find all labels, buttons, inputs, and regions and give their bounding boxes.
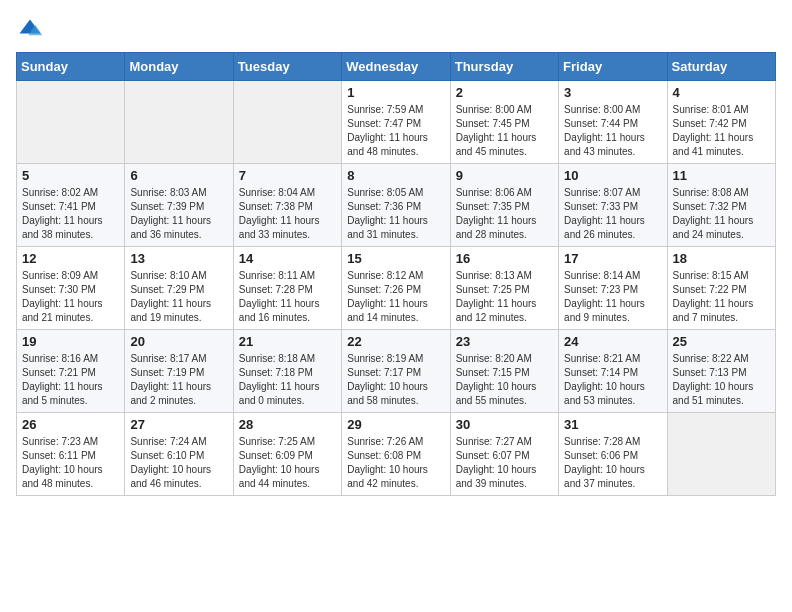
calendar-table: SundayMondayTuesdayWednesdayThursdayFrid… <box>16 52 776 496</box>
calendar-cell: 12Sunrise: 8:09 AM Sunset: 7:30 PM Dayli… <box>17 247 125 330</box>
day-number: 17 <box>564 251 661 266</box>
calendar-cell: 9Sunrise: 8:06 AM Sunset: 7:35 PM Daylig… <box>450 164 558 247</box>
calendar-cell: 19Sunrise: 8:16 AM Sunset: 7:21 PM Dayli… <box>17 330 125 413</box>
day-info: Sunrise: 7:59 AM Sunset: 7:47 PM Dayligh… <box>347 103 444 159</box>
day-info: Sunrise: 8:06 AM Sunset: 7:35 PM Dayligh… <box>456 186 553 242</box>
day-info: Sunrise: 8:15 AM Sunset: 7:22 PM Dayligh… <box>673 269 770 325</box>
calendar-cell <box>17 81 125 164</box>
day-info: Sunrise: 8:00 AM Sunset: 7:44 PM Dayligh… <box>564 103 661 159</box>
logo <box>16 16 48 44</box>
header-tuesday: Tuesday <box>233 53 341 81</box>
day-info: Sunrise: 7:28 AM Sunset: 6:06 PM Dayligh… <box>564 435 661 491</box>
day-info: Sunrise: 8:07 AM Sunset: 7:33 PM Dayligh… <box>564 186 661 242</box>
calendar-cell: 7Sunrise: 8:04 AM Sunset: 7:38 PM Daylig… <box>233 164 341 247</box>
day-number: 24 <box>564 334 661 349</box>
calendar-cell: 3Sunrise: 8:00 AM Sunset: 7:44 PM Daylig… <box>559 81 667 164</box>
logo-icon <box>16 16 44 44</box>
calendar-cell: 18Sunrise: 8:15 AM Sunset: 7:22 PM Dayli… <box>667 247 775 330</box>
day-info: Sunrise: 8:18 AM Sunset: 7:18 PM Dayligh… <box>239 352 336 408</box>
day-number: 20 <box>130 334 227 349</box>
day-number: 23 <box>456 334 553 349</box>
header-saturday: Saturday <box>667 53 775 81</box>
calendar-cell: 4Sunrise: 8:01 AM Sunset: 7:42 PM Daylig… <box>667 81 775 164</box>
calendar-cell: 25Sunrise: 8:22 AM Sunset: 7:13 PM Dayli… <box>667 330 775 413</box>
day-info: Sunrise: 8:21 AM Sunset: 7:14 PM Dayligh… <box>564 352 661 408</box>
calendar-cell: 15Sunrise: 8:12 AM Sunset: 7:26 PM Dayli… <box>342 247 450 330</box>
day-number: 31 <box>564 417 661 432</box>
day-info: Sunrise: 8:00 AM Sunset: 7:45 PM Dayligh… <box>456 103 553 159</box>
day-number: 12 <box>22 251 119 266</box>
day-number: 29 <box>347 417 444 432</box>
calendar-cell: 2Sunrise: 8:00 AM Sunset: 7:45 PM Daylig… <box>450 81 558 164</box>
day-number: 2 <box>456 85 553 100</box>
day-info: Sunrise: 8:05 AM Sunset: 7:36 PM Dayligh… <box>347 186 444 242</box>
day-number: 6 <box>130 168 227 183</box>
header-monday: Monday <box>125 53 233 81</box>
calendar-cell: 26Sunrise: 7:23 AM Sunset: 6:11 PM Dayli… <box>17 413 125 496</box>
day-number: 8 <box>347 168 444 183</box>
day-number: 1 <box>347 85 444 100</box>
day-info: Sunrise: 8:12 AM Sunset: 7:26 PM Dayligh… <box>347 269 444 325</box>
calendar-cell: 1Sunrise: 7:59 AM Sunset: 7:47 PM Daylig… <box>342 81 450 164</box>
calendar-cell: 16Sunrise: 8:13 AM Sunset: 7:25 PM Dayli… <box>450 247 558 330</box>
day-info: Sunrise: 7:27 AM Sunset: 6:07 PM Dayligh… <box>456 435 553 491</box>
day-info: Sunrise: 8:14 AM Sunset: 7:23 PM Dayligh… <box>564 269 661 325</box>
calendar-cell: 17Sunrise: 8:14 AM Sunset: 7:23 PM Dayli… <box>559 247 667 330</box>
header-wednesday: Wednesday <box>342 53 450 81</box>
day-number: 18 <box>673 251 770 266</box>
calendar-cell: 13Sunrise: 8:10 AM Sunset: 7:29 PM Dayli… <box>125 247 233 330</box>
calendar-cell: 10Sunrise: 8:07 AM Sunset: 7:33 PM Dayli… <box>559 164 667 247</box>
day-number: 22 <box>347 334 444 349</box>
day-info: Sunrise: 8:09 AM Sunset: 7:30 PM Dayligh… <box>22 269 119 325</box>
header-sunday: Sunday <box>17 53 125 81</box>
day-number: 28 <box>239 417 336 432</box>
calendar-header-row: SundayMondayTuesdayWednesdayThursdayFrid… <box>17 53 776 81</box>
day-info: Sunrise: 7:25 AM Sunset: 6:09 PM Dayligh… <box>239 435 336 491</box>
day-number: 5 <box>22 168 119 183</box>
day-number: 4 <box>673 85 770 100</box>
header-thursday: Thursday <box>450 53 558 81</box>
calendar-cell <box>667 413 775 496</box>
calendar-week-row: 12Sunrise: 8:09 AM Sunset: 7:30 PM Dayli… <box>17 247 776 330</box>
day-info: Sunrise: 7:26 AM Sunset: 6:08 PM Dayligh… <box>347 435 444 491</box>
day-info: Sunrise: 8:01 AM Sunset: 7:42 PM Dayligh… <box>673 103 770 159</box>
day-number: 21 <box>239 334 336 349</box>
day-info: Sunrise: 8:02 AM Sunset: 7:41 PM Dayligh… <box>22 186 119 242</box>
calendar-cell: 21Sunrise: 8:18 AM Sunset: 7:18 PM Dayli… <box>233 330 341 413</box>
day-number: 26 <box>22 417 119 432</box>
day-number: 15 <box>347 251 444 266</box>
calendar-cell <box>233 81 341 164</box>
day-number: 25 <box>673 334 770 349</box>
day-info: Sunrise: 8:22 AM Sunset: 7:13 PM Dayligh… <box>673 352 770 408</box>
day-number: 3 <box>564 85 661 100</box>
day-info: Sunrise: 8:11 AM Sunset: 7:28 PM Dayligh… <box>239 269 336 325</box>
calendar-cell: 29Sunrise: 7:26 AM Sunset: 6:08 PM Dayli… <box>342 413 450 496</box>
calendar-cell: 30Sunrise: 7:27 AM Sunset: 6:07 PM Dayli… <box>450 413 558 496</box>
calendar-cell: 27Sunrise: 7:24 AM Sunset: 6:10 PM Dayli… <box>125 413 233 496</box>
calendar-cell: 24Sunrise: 8:21 AM Sunset: 7:14 PM Dayli… <box>559 330 667 413</box>
day-info: Sunrise: 8:16 AM Sunset: 7:21 PM Dayligh… <box>22 352 119 408</box>
calendar-cell: 22Sunrise: 8:19 AM Sunset: 7:17 PM Dayli… <box>342 330 450 413</box>
day-info: Sunrise: 8:19 AM Sunset: 7:17 PM Dayligh… <box>347 352 444 408</box>
day-info: Sunrise: 8:20 AM Sunset: 7:15 PM Dayligh… <box>456 352 553 408</box>
calendar-week-row: 5Sunrise: 8:02 AM Sunset: 7:41 PM Daylig… <box>17 164 776 247</box>
calendar-cell: 8Sunrise: 8:05 AM Sunset: 7:36 PM Daylig… <box>342 164 450 247</box>
day-info: Sunrise: 7:23 AM Sunset: 6:11 PM Dayligh… <box>22 435 119 491</box>
day-number: 9 <box>456 168 553 183</box>
day-number: 30 <box>456 417 553 432</box>
calendar-cell: 20Sunrise: 8:17 AM Sunset: 7:19 PM Dayli… <box>125 330 233 413</box>
calendar-cell: 14Sunrise: 8:11 AM Sunset: 7:28 PM Dayli… <box>233 247 341 330</box>
day-number: 27 <box>130 417 227 432</box>
calendar-cell: 31Sunrise: 7:28 AM Sunset: 6:06 PM Dayli… <box>559 413 667 496</box>
day-number: 14 <box>239 251 336 266</box>
calendar-cell: 5Sunrise: 8:02 AM Sunset: 7:41 PM Daylig… <box>17 164 125 247</box>
page-header <box>16 16 776 44</box>
day-number: 19 <box>22 334 119 349</box>
calendar-cell: 23Sunrise: 8:20 AM Sunset: 7:15 PM Dayli… <box>450 330 558 413</box>
day-info: Sunrise: 7:24 AM Sunset: 6:10 PM Dayligh… <box>130 435 227 491</box>
day-info: Sunrise: 8:04 AM Sunset: 7:38 PM Dayligh… <box>239 186 336 242</box>
day-info: Sunrise: 8:03 AM Sunset: 7:39 PM Dayligh… <box>130 186 227 242</box>
calendar-cell: 6Sunrise: 8:03 AM Sunset: 7:39 PM Daylig… <box>125 164 233 247</box>
calendar-cell: 28Sunrise: 7:25 AM Sunset: 6:09 PM Dayli… <box>233 413 341 496</box>
day-info: Sunrise: 8:10 AM Sunset: 7:29 PM Dayligh… <box>130 269 227 325</box>
